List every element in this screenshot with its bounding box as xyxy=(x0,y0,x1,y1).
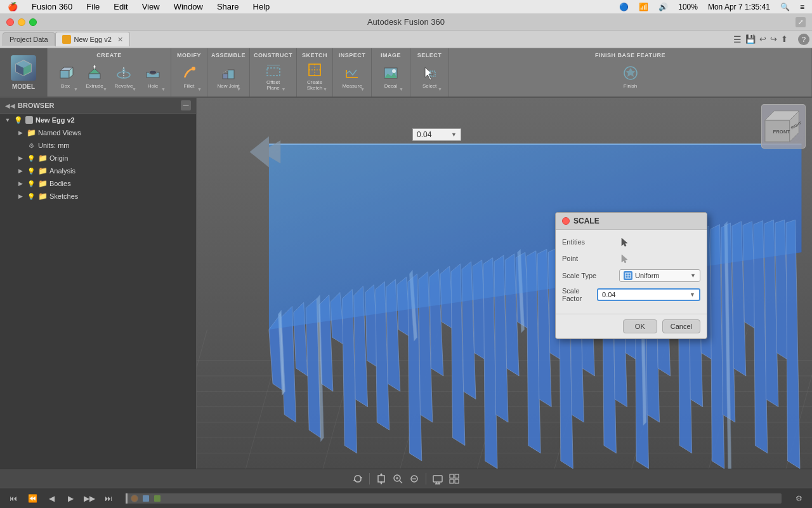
timeline-step-back-button[interactable]: ◀ xyxy=(44,491,58,505)
window-menu[interactable]: Window xyxy=(171,1,206,12)
save-icon[interactable]: 💾 xyxy=(745,34,756,44)
minimize-button[interactable] xyxy=(18,18,25,26)
file-menu[interactable]: File xyxy=(84,1,102,12)
visibility-icon-sketches[interactable]: 💡 xyxy=(27,192,36,201)
scale-type-select[interactable]: Uniform ▼ xyxy=(619,269,700,282)
assemble-button-1[interactable]: New Joint ▼ xyxy=(214,60,242,93)
visibility-icon-origin[interactable]: 💡 xyxy=(27,154,36,163)
modify-button-1[interactable]: Fillet ▼ xyxy=(175,60,203,93)
timeline-area[interactable] xyxy=(126,493,782,504)
tab-new-egg[interactable]: New Egg v2 ✕ xyxy=(55,32,130,46)
tree-item-bodies[interactable]: ▶ 💡 📁 Bodies xyxy=(13,177,196,190)
pan-tool[interactable] xyxy=(374,471,389,486)
record-icon[interactable] xyxy=(131,495,138,502)
grid-tool[interactable] xyxy=(447,471,462,486)
dialog-close-button[interactable] xyxy=(562,217,570,225)
tree-item-named-views[interactable]: ▶ 📁 Named Views xyxy=(13,126,196,139)
tree-toggle-origin[interactable]: ▶ xyxy=(16,154,24,162)
help-menu[interactable]: Help xyxy=(251,1,273,12)
svg-rect-138 xyxy=(450,474,454,478)
scale-type-control[interactable]: Uniform ▼ xyxy=(619,269,700,282)
tree-item-analysis[interactable]: ▶ 💡 📁 Analysis xyxy=(13,164,196,177)
visibility-icon-bodies[interactable]: 💡 xyxy=(27,179,36,188)
visibility-icon-analysis[interactable]: 💡 xyxy=(27,166,36,175)
timeline-end-button[interactable]: ⏭ xyxy=(102,491,115,505)
cube-face[interactable]: FRONT RIGHT xyxy=(761,104,806,149)
image-button-1[interactable]: Decal ▼ xyxy=(377,60,405,93)
timeline-prev-button[interactable]: ⏪ xyxy=(25,491,39,505)
3d-viewport[interactable]: 0.04 ▼ FRONT RIGHT SCALE xyxy=(197,98,812,469)
finish-button-1[interactable]: Finish xyxy=(617,60,645,93)
edit-menu[interactable]: Edit xyxy=(111,1,130,12)
bluetooth-icon: 🔵 xyxy=(617,2,631,12)
redo-icon[interactable]: ↪ xyxy=(770,34,777,44)
scale-input-box[interactable]: 0.04 ▼ xyxy=(412,128,461,141)
construct-button-1[interactable]: Offset Plane ▼ xyxy=(259,60,287,93)
tree-toggle-bodies[interactable]: ▶ xyxy=(16,180,24,187)
undo-icon[interactable]: ↩ xyxy=(759,34,766,44)
hole-button[interactable]: Hole ▼ xyxy=(139,60,167,93)
orbit-tool[interactable] xyxy=(350,471,365,486)
timeline-start-button[interactable]: ⏮ xyxy=(6,491,20,505)
svg-line-19 xyxy=(223,70,228,74)
app-name-menu[interactable]: Fusion 360 xyxy=(29,1,75,12)
view-menu[interactable]: View xyxy=(140,1,162,12)
scale-value-input[interactable]: 0.04 xyxy=(417,130,449,139)
svg-rect-18 xyxy=(228,70,234,79)
point-control xyxy=(619,253,700,264)
timeline-step-forward-button[interactable]: ▶▶ xyxy=(82,491,96,505)
tree-toggle-analysis[interactable]: ▶ xyxy=(16,167,24,175)
display-tool[interactable] xyxy=(430,471,445,486)
maximize-button[interactable] xyxy=(29,18,37,26)
select-button-1[interactable]: Select ▼ xyxy=(416,60,443,93)
tree-item-root[interactable]: ▼ 💡 New Egg v2 xyxy=(0,114,196,126)
share-menu[interactable]: Share xyxy=(214,1,242,12)
box-button[interactable]: Box ▼ xyxy=(51,60,79,93)
close-tab-button[interactable]: ✕ xyxy=(117,36,123,44)
inspect-group: INSPECT Measure ▼ xyxy=(333,48,372,97)
inspect-button-1[interactable]: Measure ▼ xyxy=(338,60,366,93)
scale-factor-label: Scale Factor xyxy=(562,287,597,302)
volume-icon: 🔊 xyxy=(656,2,671,12)
hamburger-icon[interactable]: ☰ xyxy=(733,34,742,44)
zoom-tool[interactable] xyxy=(390,471,405,486)
search-icon[interactable]: 🔍 xyxy=(778,2,792,12)
svg-point-29 xyxy=(392,69,396,73)
help-button[interactable]: ? xyxy=(798,34,809,45)
units-icon: ⚙ xyxy=(27,141,36,150)
construct-icon-1 xyxy=(265,62,282,78)
apple-menu[interactable]: 🍎 xyxy=(5,1,20,12)
inspect-label: INSPECT xyxy=(339,52,366,58)
ok-button[interactable]: OK xyxy=(623,319,657,333)
view-cube[interactable]: FRONT RIGHT xyxy=(761,104,806,149)
timeline-play-button[interactable]: ▶ xyxy=(63,491,77,505)
share-icon[interactable]: ⬆ xyxy=(781,34,788,44)
fit-tool[interactable] xyxy=(407,471,422,486)
cancel-button[interactable]: Cancel xyxy=(662,319,700,333)
menu-icon[interactable]: ≡ xyxy=(797,2,807,12)
tab-project-data[interactable]: Project Data xyxy=(3,32,55,46)
export-icon[interactable] xyxy=(154,495,161,502)
tree-item-sketches[interactable]: ▶ 💡 📁 Sketches xyxy=(13,190,196,203)
extrude-button[interactable]: Extrude ▼ xyxy=(81,60,108,93)
tree-toggle-named-views[interactable]: ▶ xyxy=(16,129,24,137)
revolve-button[interactable]: Revolve ▼ xyxy=(110,60,138,93)
tree-item-origin[interactable]: ▶ 💡 📁 Origin xyxy=(13,152,196,164)
tree-toggle-sketches[interactable]: ▶ xyxy=(16,192,24,200)
sidebar-collapse-button[interactable]: — xyxy=(181,100,191,110)
scale-factor-input-container[interactable]: 0.04 ▼ xyxy=(597,288,700,301)
tree-item-units[interactable]: ▶ ⚙ Units: mm xyxy=(13,139,196,152)
settings-button[interactable]: ⚙ xyxy=(792,491,806,505)
scale-factor-arrow[interactable]: ▼ xyxy=(690,291,695,298)
scale-dropdown-arrow[interactable]: ▼ xyxy=(451,131,457,138)
root-label: New Egg v2 xyxy=(36,116,75,124)
expand-button[interactable]: ⤢ xyxy=(796,17,806,27)
sketch-button-1[interactable]: Create Sketch ▼ xyxy=(301,60,329,93)
snapshot-icon[interactable] xyxy=(142,495,150,502)
close-button[interactable] xyxy=(6,18,14,26)
scale-type-arrow[interactable]: ▼ xyxy=(690,272,696,279)
scale-factor-input[interactable]: 0.04 xyxy=(602,291,690,298)
svg-marker-127 xyxy=(380,483,383,485)
visibility-icon[interactable]: 💡 xyxy=(14,116,23,124)
tree-toggle-root[interactable]: ▼ xyxy=(4,116,11,124)
